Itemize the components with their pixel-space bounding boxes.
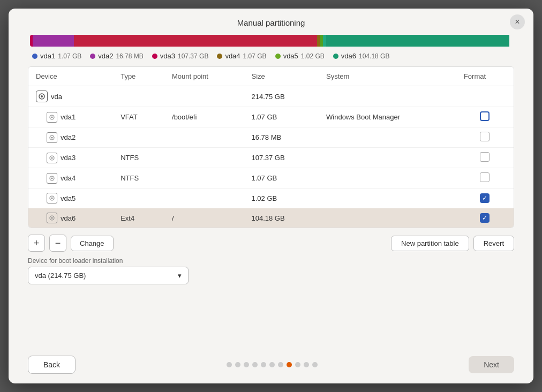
- back-button[interactable]: Back: [28, 356, 76, 374]
- bootloader-area: Device for boot loader installation vda …: [28, 257, 514, 284]
- system-cell: [319, 168, 456, 189]
- format-cell: [456, 86, 514, 107]
- partition-bar: [30, 35, 512, 47]
- type-cell: [113, 86, 164, 107]
- progress-dot: [235, 362, 240, 367]
- col-type: Type: [113, 67, 164, 86]
- legend-size-vda6: 104.18 GB: [359, 52, 389, 60]
- type-cell: NTFS: [113, 168, 164, 189]
- format-cell: [456, 208, 514, 228]
- legend-dot-vda3: [152, 54, 157, 59]
- legend-item-vda2: vda2 16.78 MB: [90, 52, 144, 60]
- system-cell: [319, 208, 456, 228]
- progress-dot: [269, 362, 275, 367]
- legend-dot-vda2: [90, 54, 95, 59]
- svg-point-9: [51, 177, 53, 179]
- device-cell: vda: [28, 86, 113, 107]
- legend-label-vda5: vda5: [283, 52, 298, 60]
- system-cell: Windows Boot Manager: [319, 107, 456, 127]
- revert-button[interactable]: Revert: [473, 236, 514, 251]
- mount-cell: [164, 189, 244, 208]
- device-cell: vda2: [28, 127, 113, 148]
- change-partition-button[interactable]: Change: [71, 236, 114, 251]
- legend-label-vda3: vda3: [160, 52, 175, 60]
- table-row[interactable]: vda6Ext4/104.18 GB: [28, 208, 514, 228]
- add-partition-button[interactable]: +: [28, 235, 45, 252]
- legend-dot-vda1: [32, 54, 37, 59]
- legend-item-vda1: vda1 1.07 GB: [32, 52, 81, 60]
- bootloader-label: Device for boot loader installation: [28, 257, 514, 265]
- legend-dot-vda6: [333, 54, 338, 59]
- bootloader-dropdown[interactable]: vda (214.75 GB) ▾: [28, 267, 189, 284]
- partition-icon: [47, 193, 57, 203]
- partition-icon: [47, 173, 57, 184]
- format-checkbox[interactable]: [480, 152, 490, 162]
- table-row[interactable]: vda3NTFS107.37 GB: [28, 148, 514, 168]
- col-size: Size: [244, 67, 319, 86]
- type-cell: [113, 189, 164, 208]
- svg-point-11: [51, 198, 53, 199]
- table-row[interactable]: vda216.78 MB: [28, 127, 514, 148]
- partition-icon: [47, 112, 57, 123]
- format-cell: [456, 189, 514, 208]
- manual-partitioning-dialog: Manual partitioning × vda1 1.07 GB vda2 …: [9, 9, 533, 383]
- legend-dot-vda4: [217, 54, 222, 59]
- col-mount: Mount point: [164, 67, 244, 86]
- disk-icon: [36, 91, 48, 102]
- size-cell: 1.07 GB: [244, 168, 319, 189]
- svg-point-7: [51, 157, 53, 159]
- bootloader-chevron-icon: ▾: [178, 272, 182, 280]
- remove-partition-button[interactable]: −: [49, 235, 66, 252]
- partition-icon: [47, 132, 57, 143]
- progress-dot: [261, 362, 266, 367]
- table-row[interactable]: vda214.75 GB: [28, 86, 514, 107]
- partition-icon: [47, 213, 57, 223]
- partition-table: Device Type Mount point Size System Form…: [28, 67, 514, 228]
- mount-cell: /boot/efi: [164, 107, 244, 127]
- progress-dot: [312, 362, 318, 367]
- format-checkbox[interactable]: [480, 172, 490, 182]
- nav-bar: Back Next: [9, 346, 533, 383]
- progress-dot: [252, 362, 258, 367]
- legend-label-vda6: vda6: [341, 52, 356, 60]
- progress-dot: [287, 362, 292, 367]
- progress-dots: [76, 362, 469, 367]
- size-cell: 16.78 MB: [244, 127, 319, 148]
- legend-item-vda3: vda3 107.37 GB: [152, 52, 209, 60]
- size-cell: 1.02 GB: [244, 189, 319, 208]
- table-row[interactable]: vda4NTFS1.07 GB: [28, 168, 514, 189]
- partition-legend: vda1 1.07 GB vda2 16.78 MB vda3 107.37 G…: [30, 52, 512, 60]
- format-cell: [456, 148, 514, 168]
- size-cell: 107.37 GB: [244, 148, 319, 168]
- system-cell: [319, 189, 456, 208]
- format-checkbox-checked-ringed[interactable]: [480, 193, 490, 203]
- new-partition-table-button[interactable]: New partition table: [391, 236, 469, 251]
- table-header: Device Type Mount point Size System Form…: [28, 67, 514, 86]
- device-cell: vda5: [28, 189, 113, 208]
- mount-cell: [164, 86, 244, 107]
- device-cell: vda1: [28, 107, 113, 127]
- legend-label-vda1: vda1: [40, 52, 55, 60]
- table-body: vda214.75 GBvda1VFAT/boot/efi1.07 GBWind…: [28, 86, 514, 228]
- progress-dot: [304, 362, 309, 367]
- title-bar: Manual partitioning ×: [9, 9, 533, 35]
- format-checkbox[interactable]: [480, 132, 490, 141]
- format-cell: [456, 127, 514, 148]
- progress-dot: [278, 362, 283, 367]
- legend-size-vda2: 16.78 MB: [116, 52, 143, 60]
- table-row[interactable]: vda1VFAT/boot/efi1.07 GBWindows Boot Man…: [28, 107, 514, 127]
- progress-dot: [295, 362, 300, 367]
- partition-bar-area: vda1 1.07 GB vda2 16.78 MB vda3 107.37 G…: [9, 35, 533, 66]
- bootloader-value: vda (214.75 GB): [35, 272, 86, 280]
- table-row[interactable]: vda51.02 GB: [28, 189, 514, 208]
- size-cell: 214.75 GB: [244, 86, 319, 107]
- mount-cell: [164, 127, 244, 148]
- col-device: Device: [28, 67, 113, 86]
- format-checkbox-checked-ringed[interactable]: [480, 213, 490, 223]
- format-checkbox-ringed[interactable]: [480, 111, 490, 121]
- type-cell: Ext4: [113, 208, 164, 228]
- progress-dot: [227, 362, 232, 367]
- type-cell: [113, 127, 164, 148]
- next-button[interactable]: Next: [469, 356, 514, 373]
- close-button[interactable]: ×: [510, 14, 525, 29]
